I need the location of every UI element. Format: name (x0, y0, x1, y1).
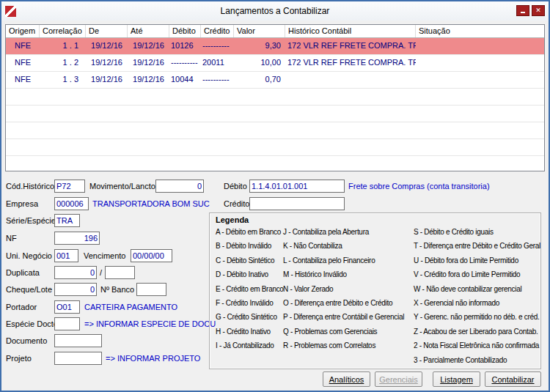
serie-especie-label: Série/Espécie (6, 215, 56, 226)
column-header-historico[interactable]: Histórico Contábil (285, 25, 416, 37)
column-header-situacao[interactable]: Situação (416, 25, 544, 37)
legend-item: Y - Gerenc. não permitido no déb. e créd… (414, 313, 540, 327)
table-row-empty (6, 106, 544, 122)
close-icon[interactable] (532, 5, 545, 16)
cell-situacao (416, 38, 544, 54)
cell-origem: NFE (6, 38, 40, 54)
serie-especie-field[interactable] (54, 214, 80, 227)
uni-negocio-field[interactable] (54, 249, 78, 262)
column-header-origem[interactable]: Origem (6, 25, 40, 37)
cell-debito: 10044 (169, 72, 201, 88)
titlebar: Lançamentos a Contabilizar (1, 1, 549, 21)
legend-item: V - Crédito fora do Limite Permitido (414, 270, 540, 284)
table-row[interactable]: NFE 1 . 3 19/12/16 19/12/16 10044 ------… (6, 72, 544, 89)
legend-item: X - Gerencial não informado (414, 299, 540, 313)
especie-docto-field[interactable] (54, 317, 80, 330)
credito-label: Crédito (224, 199, 249, 209)
uni-negocio-label: Uni. Negócio (6, 251, 52, 261)
cell-valor: 9,30 (234, 38, 285, 54)
table-row-empty (6, 122, 544, 139)
legend-item: B - Débito Inválido (216, 242, 284, 256)
legend-item: W - Não deve contabilizar gerencial (414, 285, 540, 299)
nf-label: NF (6, 233, 17, 243)
legend-item: 2 - Nota Fiscal Eletrônica não confirmad… (414, 341, 540, 355)
table-row-empty (6, 89, 544, 106)
portador-label: Portador (6, 302, 37, 312)
legend-item: H - Crédito Inativo (216, 328, 284, 341)
cod-historico-field[interactable] (54, 180, 85, 193)
nf-field[interactable] (54, 232, 100, 245)
cell-correlacao: 1 . 1 (40, 38, 86, 54)
table-row[interactable]: NFE 1 . 2 19/12/16 19/12/16 ---------- 2… (6, 55, 544, 72)
especie-docto-label: Espécie Docto (6, 319, 58, 329)
projeto-field[interactable] (54, 352, 102, 365)
cell-origem: NFE (6, 72, 40, 88)
legend-item: Q - Problemas com Gerenciais (283, 328, 404, 341)
especie-docto-hint: => INFORMAR ESPECIE DE DOCU (84, 319, 216, 329)
cell-origem: NFE (6, 55, 40, 71)
cell-valor: 10,00 (234, 55, 285, 71)
no-banco-field[interactable] (136, 283, 166, 296)
cell-historico: 172 VLR REF FRETE COMPRA. TRA/196. TI (285, 38, 416, 54)
cell-debito: ---------- (169, 55, 201, 71)
table-row-empty (6, 156, 544, 171)
grid-header: Origem Correlação De Até Débito Crédito … (6, 25, 544, 38)
projeto-label: Projeto (6, 353, 32, 363)
window-title: Lançamentos a Contabilizar (1, 6, 549, 16)
debito-field[interactable] (249, 180, 345, 193)
cell-correlacao: 1 . 3 (40, 72, 86, 88)
cell-de: 19/12/16 (86, 72, 128, 88)
cod-historico-label: Cód.Histórico (6, 181, 54, 191)
cheque-lote-field[interactable] (54, 283, 97, 296)
cell-ate: 19/12/16 (128, 38, 169, 54)
movimento-field[interactable] (155, 180, 204, 193)
column-header-ate[interactable]: Até (128, 25, 169, 37)
movimento-label: Movimento/Lancto (89, 181, 155, 191)
documento-label: Documento (6, 336, 47, 346)
legend-item: D - Débito Inativo (216, 270, 284, 284)
cell-situacao (416, 72, 544, 88)
empresa-field[interactable] (54, 197, 89, 210)
legend-column-1: A - Débito em Branco B - Débito Inválido… (216, 228, 284, 356)
minimize-icon[interactable] (516, 5, 529, 16)
legend-item: Z - Acabou de ser Liberado para Contab. (414, 328, 540, 341)
column-header-valor[interactable]: Valor (234, 25, 285, 37)
debito-label: Débito (224, 181, 247, 191)
cell-correlacao: 1 . 2 (40, 55, 86, 71)
legend-title: Legenda (216, 215, 249, 224)
legend-item: M - Histórico Inválido (283, 270, 404, 284)
column-header-debito[interactable]: Débito (169, 25, 201, 37)
legend-column-2: J - Contabiliza pela Abertura K - Não Co… (283, 228, 404, 356)
contabilizar-button[interactable]: Contabilizar (485, 371, 541, 387)
listagem-button[interactable]: Listagem (433, 371, 480, 387)
legend-item: L - Contabiliza pelo Financeiro (283, 256, 404, 270)
cell-credito: ---------- (201, 72, 234, 88)
cell-situacao (416, 55, 544, 71)
portador-field[interactable] (54, 300, 80, 314)
legend-item: S - Débito e Crédito iguais (414, 228, 540, 242)
legend-item: N - Valor Zerado (283, 285, 404, 299)
documento-field[interactable] (54, 334, 102, 347)
column-header-credito[interactable]: Crédito (201, 25, 234, 37)
analiticos-button[interactable]: Analíticos (323, 371, 370, 387)
gerenciais-button: Gerenciais (375, 371, 422, 387)
lancamentos-grid: Origem Correlação De Até Débito Crédito … (5, 24, 545, 171)
vencimento-field[interactable] (131, 249, 172, 262)
cell-ate: 19/12/16 (128, 55, 169, 71)
duplicata-parcela-field[interactable] (105, 266, 135, 279)
legend-item: I - Já Contabilizado (216, 341, 284, 355)
cell-ate: 19/12/16 (128, 72, 169, 88)
column-header-correlacao[interactable]: Correlação (40, 25, 86, 37)
legend-column-3: S - Débito e Crédito iguais T - Diferenç… (414, 228, 540, 370)
credito-field[interactable] (249, 197, 345, 210)
table-row[interactable]: NFE 1 . 1 19/12/16 19/12/16 10126 ------… (6, 38, 544, 55)
duplicata-label: Duplicata (6, 267, 40, 278)
cell-de: 19/12/16 (86, 55, 128, 71)
legend-item: A - Débito em Branco (216, 228, 284, 242)
legend-item: P - Diferença entre Contábil e Gerencial (283, 313, 404, 327)
cell-credito: 20011 (201, 55, 234, 71)
portador-hint: CARTEIRA PAGAMENTO (84, 302, 177, 312)
column-header-de[interactable]: De (86, 25, 128, 37)
duplicata-field[interactable] (54, 266, 97, 279)
legend-item: 3 - Parcialmente Contabilizado (414, 356, 540, 370)
